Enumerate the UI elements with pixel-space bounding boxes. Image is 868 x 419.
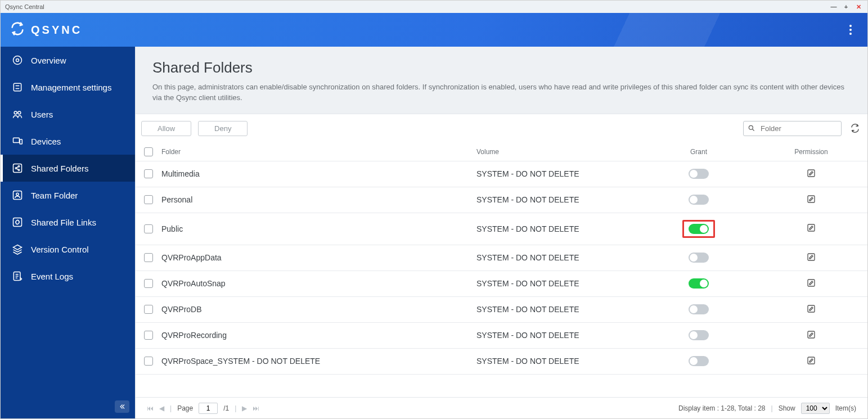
row-checkbox[interactable] [144,305,153,314]
sidebar-collapse-button[interactable] [115,400,129,413]
row-checkbox[interactable] [144,195,153,204]
row-checkbox[interactable] [144,224,153,233]
sidebar: OverviewManagement settingsUsersDevicesS… [1,47,136,418]
sidebar-item-label: Users [31,110,53,119]
grant-toggle[interactable] [689,253,709,263]
sidebar-item-event-logs[interactable]: Event Logs [1,263,135,290]
pager: ⏮ ◀ | Page /1 | ▶ ⏭ [147,403,259,414]
sidebar-item-shared-file-links[interactable]: Shared File Links [1,209,135,236]
grant-toggle[interactable] [689,224,709,234]
volume-name: SYSTEM - DO NOT DELETE [476,305,679,314]
grant-toggle[interactable] [689,356,709,366]
svg-point-12 [16,193,19,195]
svg-rect-21 [808,305,815,312]
folder-name: Personal [161,195,476,204]
sidebar-item-users[interactable]: Users [1,101,135,128]
table-row: MultimediaSYSTEM - DO NOT DELETE [136,161,867,187]
window-close-button[interactable]: ✕ [854,3,863,11]
table-footer: ⏮ ◀ | Page /1 | ▶ ⏭ Display item : 1-28,… [136,397,867,418]
sidebar-item-devices[interactable]: Devices [1,128,135,155]
page-header: Shared Folders On this page, administrat… [136,47,867,114]
edit-permission-button[interactable] [806,355,816,367]
sidebar-item-team-folder[interactable]: Team Folder [1,182,135,209]
edit-permission-button[interactable] [806,168,816,180]
share-icon [12,163,23,174]
show-label: Show [779,404,795,412]
svg-rect-19 [808,254,815,260]
volume-name: SYSTEM - DO NOT DELETE [476,195,679,204]
window-minimize-button[interactable]: — [829,3,838,10]
deny-button[interactable]: Deny [198,121,248,136]
table-row: QVRProDBSYSTEM - DO NOT DELETE [136,297,867,323]
sidebar-item-shared-folders[interactable]: Shared Folders [1,155,135,182]
grant-toggle[interactable] [689,195,709,205]
folder-name: QVRProSpace_SYSTEM - DO NOT DELETE [161,357,476,366]
main-content: Shared Folders On this page, administrat… [136,47,867,418]
col-grant: Grant [679,148,718,156]
table-row: QVRProRecordingSYSTEM - DO NOT DELETE [136,323,867,349]
edit-permission-button[interactable] [806,330,816,341]
edit-permission-button[interactable] [806,194,816,206]
folder-name: Public [161,224,476,233]
row-checkbox[interactable] [144,331,153,340]
folders-table: Folder Volume Grant Permission Multimedi… [136,143,867,397]
sidebar-item-label: Event Logs [31,272,73,281]
svg-rect-23 [808,357,815,364]
page-number-input[interactable] [199,403,218,414]
items-label: Item(s) [835,404,856,412]
row-checkbox[interactable] [144,279,153,288]
sidebar-item-label: Devices [31,137,61,146]
svg-point-3 [14,111,17,114]
sidebar-item-management-settings[interactable]: Management settings [1,74,135,101]
grant-toggle[interactable] [689,278,709,289]
col-permission: Permission [791,148,831,156]
svg-rect-5 [14,138,20,142]
svg-rect-16 [808,170,815,177]
page-size-select[interactable]: 100 [801,403,830,414]
svg-rect-13 [14,218,22,227]
prev-page-button[interactable]: ◀ [159,404,164,412]
sidebar-item-label: Shared Folders [31,164,89,173]
table-row: QVRProAppDataSYSTEM - DO NOT DELETE [136,245,867,271]
svg-rect-7 [14,164,22,173]
more-menu-button[interactable] [843,22,858,38]
folder-name: QVRProAppData [161,253,476,262]
svg-point-4 [18,111,21,114]
search-input[interactable] [743,121,842,136]
sidebar-item-overview[interactable]: Overview [1,47,135,74]
volume-name: SYSTEM - DO NOT DELETE [476,169,679,178]
window-maximize-button[interactable]: + [842,3,851,10]
refresh-button[interactable] [848,121,862,135]
svg-point-1 [16,59,19,62]
page-description: On this page, administrators can enable/… [152,82,851,103]
eye-icon [12,55,23,66]
grant-toggle[interactable] [689,304,709,314]
grant-toggle[interactable] [689,169,709,179]
sidebar-item-label: Shared File Links [31,218,96,227]
sidebar-item-version-control[interactable]: Version Control [1,236,135,263]
edit-permission-button[interactable] [806,252,816,264]
sidebar-item-label: Version Control [31,245,89,254]
table-row: QVRProSpace_SYSTEM - DO NOT DELETESYSTEM… [136,349,867,375]
volume-name: SYSTEM - DO NOT DELETE [476,279,679,288]
row-checkbox[interactable] [144,253,153,262]
grant-toggle[interactable] [689,330,709,340]
row-checkbox[interactable] [144,357,153,366]
first-page-button[interactable]: ⏮ [147,404,154,412]
allow-button[interactable]: Allow [141,121,191,136]
select-all-checkbox[interactable] [144,147,153,156]
folder-name: QVRProDB [161,305,476,314]
search-icon [748,124,755,132]
last-page-button[interactable]: ⏭ [253,404,259,412]
total-pages: /1 [223,404,229,412]
table-row: PublicSYSTEM - DO NOT DELETE [136,213,867,245]
edit-permission-button[interactable] [806,278,816,290]
edit-permission-button[interactable] [806,304,816,316]
next-page-button[interactable]: ▶ [242,404,247,412]
app-window: Qsync Central — + ✕ QSYNC OverviewManage… [0,0,868,419]
svg-rect-17 [808,196,815,202]
row-checkbox[interactable] [144,169,153,178]
edit-permission-button[interactable] [806,223,816,235]
users-icon [12,109,23,120]
page-label: Page [177,404,193,412]
